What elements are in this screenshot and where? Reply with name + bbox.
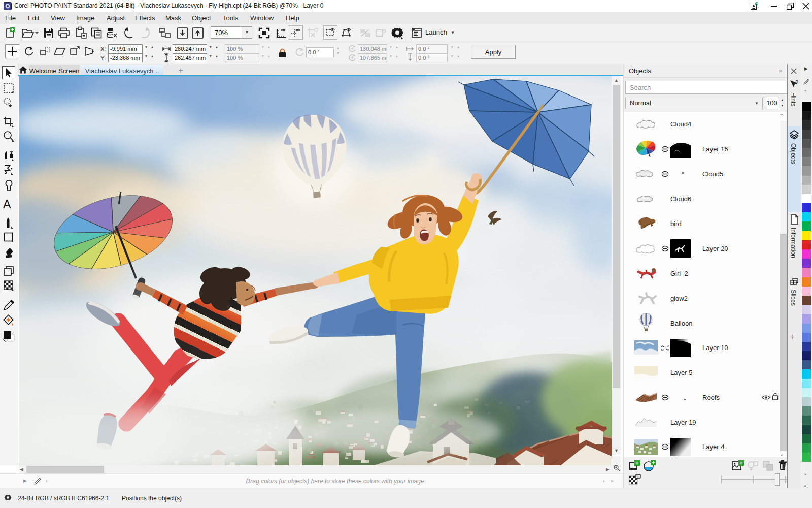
svg-text:?: ? [795,79,798,85]
